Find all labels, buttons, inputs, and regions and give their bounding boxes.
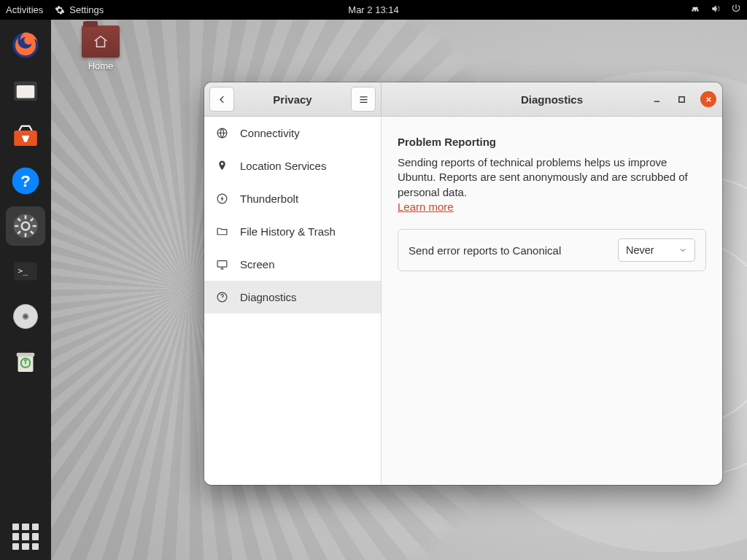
dock-item-software[interactable] xyxy=(6,116,45,155)
setting-row-error-reports: Send error reports to Canonical Never xyxy=(398,229,706,271)
close-button[interactable] xyxy=(700,91,716,107)
files-icon xyxy=(10,75,41,106)
svg-rect-8 xyxy=(17,82,25,85)
svg-rect-3 xyxy=(217,261,227,268)
sidebar-item-screen[interactable]: Screen xyxy=(204,248,381,281)
hamburger-icon xyxy=(358,94,369,105)
activities-button[interactable]: Activities xyxy=(6,4,43,15)
sidebar-item-location[interactable]: Location Services xyxy=(204,149,381,182)
sidebar-item-thunderbolt[interactable]: Thunderbolt xyxy=(204,182,381,215)
svg-rect-7 xyxy=(17,85,35,98)
volume-icon[interactable] xyxy=(711,4,721,16)
folder-icon xyxy=(82,26,120,58)
help-icon xyxy=(216,291,228,303)
gear-icon xyxy=(10,211,41,241)
gear-icon xyxy=(55,5,65,15)
hamburger-button[interactable] xyxy=(351,87,376,112)
svg-text:?: ? xyxy=(20,171,31,190)
dock-item-trash[interactable] xyxy=(6,342,45,381)
sidebar-item-label: Connectivity xyxy=(240,127,300,139)
topbar-app-menu[interactable]: Settings xyxy=(55,4,104,15)
sidebar-item-label: File History & Trash xyxy=(240,225,336,238)
sidebar-item-label: Diagnostics xyxy=(240,291,297,303)
sidebar-item-label: Screen xyxy=(240,258,275,271)
disc-icon xyxy=(10,301,41,332)
titlebar[interactable]: Privacy Diagnostics xyxy=(204,82,722,117)
trash-icon xyxy=(10,346,41,377)
section-heading: Problem Reporting xyxy=(398,136,706,148)
content-pane: Problem Reporting Sending reports of tec… xyxy=(382,117,722,485)
setting-label: Send error reports to Canonical xyxy=(409,244,561,257)
svg-point-19 xyxy=(24,315,27,318)
power-icon[interactable] xyxy=(731,4,741,16)
desktop: Home Privacy Diagnostics xyxy=(51,20,747,560)
sidebar-item-label: Location Services xyxy=(240,160,326,172)
svg-rect-0 xyxy=(678,96,684,101)
sidebar-title: Privacy xyxy=(273,93,311,106)
dock: ? >_ xyxy=(0,20,51,560)
dropdown-value: Never xyxy=(626,244,654,256)
dock-item-firefox[interactable] xyxy=(6,26,45,65)
dock-item-help[interactable]: ? xyxy=(6,161,45,201)
monitor-icon xyxy=(216,258,228,271)
desktop-icon-home[interactable]: Home xyxy=(74,26,127,71)
svg-rect-21 xyxy=(17,353,35,357)
privacy-sidebar: Connectivity Location Services Thunderbo… xyxy=(204,117,382,485)
dock-item-settings[interactable] xyxy=(6,206,45,246)
settings-window: Privacy Diagnostics xyxy=(204,82,722,485)
dock-item-terminal[interactable]: >_ xyxy=(6,252,45,291)
maximize-icon xyxy=(678,96,686,104)
close-icon xyxy=(705,96,713,104)
dock-item-files[interactable] xyxy=(6,71,45,110)
chevron-down-icon xyxy=(678,246,687,254)
error-reports-dropdown[interactable]: Never xyxy=(618,238,695,262)
minimize-button[interactable] xyxy=(651,93,662,105)
clock[interactable]: Mar 2 13:14 xyxy=(348,4,398,15)
svg-text:>_: >_ xyxy=(18,265,28,276)
folder-icon xyxy=(216,225,228,238)
dock-item-disc[interactable] xyxy=(6,297,45,336)
chevron-left-icon xyxy=(217,94,228,105)
thunderbolt-icon xyxy=(216,192,228,205)
location-icon xyxy=(216,160,228,172)
help-icon: ? xyxy=(10,166,41,196)
globe-icon xyxy=(216,127,228,139)
maximize-button[interactable] xyxy=(676,93,687,105)
section-body: Sending reports of technical problems he… xyxy=(398,156,688,198)
terminal-icon: >_ xyxy=(10,256,41,287)
show-applications-button[interactable] xyxy=(12,524,39,550)
back-button[interactable] xyxy=(209,87,234,112)
sidebar-item-label: Thunderbolt xyxy=(240,192,298,205)
page-title: Diagnostics xyxy=(521,93,583,106)
software-icon xyxy=(10,120,41,151)
learn-more-link[interactable]: Learn more xyxy=(398,201,454,213)
network-icon[interactable] xyxy=(690,4,700,16)
sidebar-item-diagnostics[interactable]: Diagnostics xyxy=(204,281,381,314)
firefox-icon xyxy=(10,30,41,61)
minimize-icon xyxy=(653,96,661,104)
sidebar-item-connectivity[interactable]: Connectivity xyxy=(204,117,381,149)
top-bar: Activities Settings Mar 2 13:14 xyxy=(0,0,747,20)
topbar-app-name: Settings xyxy=(69,4,104,15)
desktop-icon-label: Home xyxy=(74,61,127,71)
sidebar-item-file-history[interactable]: File History & Trash xyxy=(204,215,381,248)
